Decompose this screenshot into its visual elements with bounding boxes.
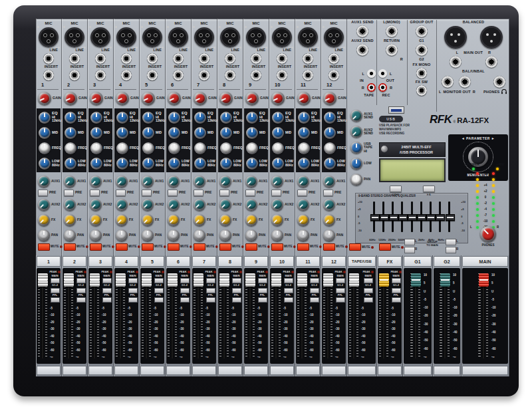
main-button[interactable]: [336, 278, 345, 283]
eq-low-knob[interactable]: [168, 158, 180, 170]
aux1-knob[interactable]: [142, 176, 154, 188]
pre-button[interactable]: [168, 190, 178, 196]
gain-knob[interactable]: [38, 92, 51, 105]
eq-mid-knob[interactable]: [168, 127, 180, 139]
main-button[interactable]: [51, 278, 60, 283]
fx-knob[interactable]: [245, 214, 257, 226]
geq-slider-250hz[interactable]: [392, 202, 394, 232]
fx-knob[interactable]: [64, 214, 76, 226]
pfl-button[interactable]: [206, 297, 215, 303]
geq-slider-cap[interactable]: [417, 214, 426, 221]
group-assign-button[interactable]: [364, 288, 373, 293]
gain-knob[interactable]: [271, 92, 285, 105]
eq-low-knob[interactable]: [90, 158, 102, 170]
aux1-knob[interactable]: [297, 176, 309, 188]
eq-freq-knob[interactable]: [246, 142, 258, 154]
pan-knob[interactable]: [168, 229, 180, 241]
eq-mid-knob[interactable]: [116, 127, 128, 139]
aux1-knob[interactable]: [168, 176, 180, 188]
geq-slider-120hz[interactable]: [382, 202, 384, 232]
master-knob-usb-tape-hi[interactable]: [350, 142, 362, 154]
fx-knob[interactable]: [194, 214, 205, 226]
main-button[interactable]: [232, 278, 241, 283]
aux2-knob[interactable]: [90, 199, 102, 211]
pre-button[interactable]: [323, 190, 333, 196]
mute-button[interactable]: [323, 243, 335, 251]
geq-slider-cap[interactable]: [389, 214, 398, 221]
gain-knob[interactable]: [90, 92, 103, 105]
pfl-button[interactable]: [284, 297, 293, 303]
group-assign-button[interactable]: [392, 288, 401, 293]
phones-knob[interactable]: [480, 226, 496, 242]
fader-cap[interactable]: [168, 273, 178, 287]
pre-button[interactable]: [142, 190, 152, 196]
fader-cap[interactable]: [219, 273, 229, 287]
pan-knob[interactable]: [194, 229, 205, 241]
eq-low-knob[interactable]: [246, 158, 258, 170]
aux1-knob[interactable]: [245, 176, 257, 188]
aux2-knob[interactable]: [38, 199, 50, 211]
eq-mid-knob[interactable]: [298, 127, 310, 139]
eq-low-knob[interactable]: [324, 158, 336, 170]
aux2-knob[interactable]: [271, 199, 283, 211]
gain-knob[interactable]: [168, 92, 181, 105]
geq-slider-2khz[interactable]: [420, 202, 422, 232]
master-knob-pan[interactable]: [350, 174, 362, 186]
aux1-knob[interactable]: [38, 176, 50, 188]
group-assign-button[interactable]: [180, 288, 190, 293]
eq-hi-knob[interactable]: [39, 112, 51, 124]
eq-freq-knob[interactable]: [168, 142, 180, 154]
group-assign-button[interactable]: [336, 288, 345, 293]
pfl-button[interactable]: [310, 297, 319, 303]
mute-button[interactable]: [168, 243, 180, 251]
gain-knob[interactable]: [245, 92, 259, 105]
group-assign-button[interactable]: [76, 288, 86, 293]
eq-low-knob[interactable]: [39, 158, 51, 170]
pan-knob[interactable]: [64, 229, 76, 241]
pfl-button[interactable]: [76, 297, 86, 303]
eq-mid-knob[interactable]: [142, 127, 154, 139]
eq-hi-knob[interactable]: [246, 112, 258, 124]
tape-usb-mute-button[interactable]: [349, 243, 361, 251]
pan-knob[interactable]: [219, 229, 231, 241]
group-assign-button[interactable]: [284, 288, 293, 293]
eq-mid-knob[interactable]: [272, 127, 284, 139]
pre-button[interactable]: [116, 190, 126, 196]
aux2-knob[interactable]: [142, 199, 154, 211]
pre-button[interactable]: [271, 190, 281, 196]
eq-freq-knob[interactable]: [142, 142, 154, 154]
group-assign-button[interactable]: [51, 288, 60, 293]
fader-cap[interactable]: [379, 273, 389, 287]
mute-button[interactable]: [194, 243, 205, 251]
eq-hi-knob[interactable]: [324, 112, 336, 124]
g2-to-main-r-button[interactable]: [446, 247, 456, 253]
aux2-knob[interactable]: [194, 199, 205, 211]
mute-button[interactable]: [38, 243, 50, 251]
fx-knob[interactable]: [116, 214, 128, 226]
eq-hi-knob[interactable]: [90, 112, 102, 124]
mute-button[interactable]: [297, 243, 309, 251]
eq-low-knob[interactable]: [220, 158, 232, 170]
fader-cap[interactable]: [116, 273, 126, 287]
main-button[interactable]: [364, 278, 373, 283]
aux1-knob[interactable]: [194, 176, 205, 188]
aux1-knob[interactable]: [323, 176, 335, 188]
pan-knob[interactable]: [116, 229, 128, 241]
fx-knob[interactable]: [168, 214, 180, 226]
fader-cap[interactable]: [142, 273, 152, 287]
fader-cap[interactable]: [64, 273, 74, 287]
eq-low-knob[interactable]: [272, 158, 284, 170]
fader-cap[interactable]: [440, 273, 450, 287]
eq-hi-knob[interactable]: [116, 112, 128, 124]
main-button[interactable]: [102, 278, 112, 283]
mute-button[interactable]: [64, 243, 76, 251]
geq-slider-1khz[interactable]: [411, 202, 413, 232]
eq-freq-knob[interactable]: [324, 142, 336, 154]
pfl-button[interactable]: [128, 297, 138, 303]
mute-button[interactable]: [271, 243, 283, 251]
pfl-button[interactable]: [392, 297, 401, 303]
gain-knob[interactable]: [142, 92, 155, 105]
main-button[interactable]: [76, 278, 86, 283]
eq-hi-knob[interactable]: [298, 112, 310, 124]
eq-hi-knob[interactable]: [168, 112, 180, 124]
